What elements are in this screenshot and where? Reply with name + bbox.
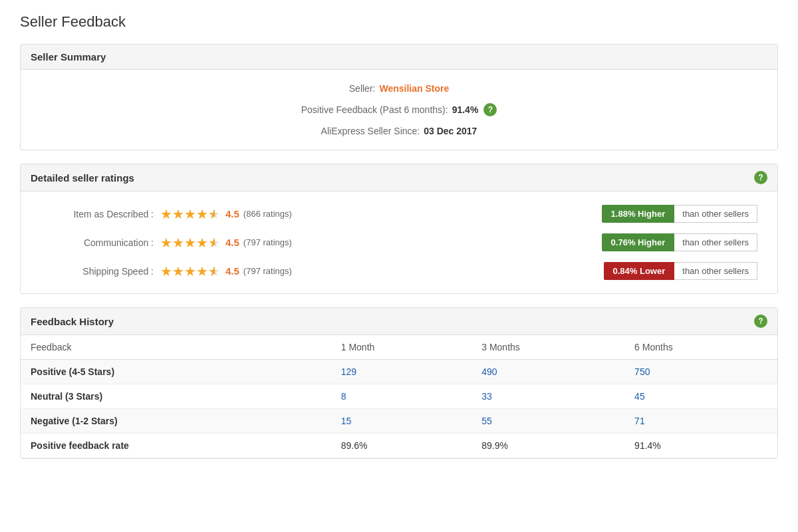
rating-row-1: Communication :★★★★★★4.5(797 ratings)0.7… [41, 233, 757, 251]
rating-score-2: 4.5 [225, 265, 239, 277]
positive-feedback-help-icon[interactable]: ? [483, 103, 497, 116]
seller-summary-body: Seller: Wensilian Store Positive Feedbac… [21, 70, 777, 150]
rating-label-0: Item as Described : [41, 209, 154, 219]
feedback-row-2-val-2: 71 [624, 409, 777, 434]
star-full-1-2: ★ [184, 236, 196, 249]
comparison-0: 1.88% Higherthan other sellers [602, 205, 757, 223]
positive-feedback-label: Positive Feedback (Past 6 months): [301, 104, 448, 115]
seller-summary-card: Seller Summary Seller: Wensilian Store P… [20, 44, 778, 150]
detailed-ratings-header: Detailed seller ratings ? [21, 164, 777, 192]
seller-summary-header: Seller Summary [21, 45, 777, 70]
feedback-history-body: Feedback1 Month3 Months6 Months Positive… [21, 335, 777, 458]
detailed-ratings-body: Item as Described :★★★★★★4.5(866 ratings… [21, 192, 777, 293]
seller-summary-title: Seller Summary [31, 51, 106, 63]
rating-score-1: 4.5 [225, 237, 239, 248]
rating-count-2: (797 ratings) [243, 266, 292, 276]
feedback-row-3: Positive feedback rate89.6%89.9%91.4% [21, 434, 777, 458]
seller-since-label: AliExpress Seller Since: [321, 126, 420, 136]
rating-row-2: Shipping Speed :★★★★★★4.5(797 ratings)0.… [41, 262, 757, 280]
seller-name-row: Seller: Wensilian Store [41, 83, 757, 94]
star-full-2-0: ★ [160, 265, 172, 278]
detailed-ratings-title: Detailed seller ratings [31, 172, 134, 184]
seller-name-link[interactable]: Wensilian Store [379, 83, 449, 94]
detailed-ratings-card: Detailed seller ratings ? Item as Descri… [20, 164, 778, 294]
feedback-history-help-icon[interactable]: ? [754, 315, 767, 328]
feedback-row-2-val-0: 15 [331, 409, 472, 434]
star-full-0-0: ★ [160, 207, 172, 221]
feedback-row-label-3: Positive feedback rate [21, 434, 331, 458]
star-full-0-1: ★ [172, 207, 184, 221]
stars-0: ★★★★★★ [160, 206, 220, 222]
detailed-ratings-help-icon[interactable]: ? [754, 171, 767, 184]
comparison-text-1: than other sellers [674, 233, 757, 251]
star-full-1-1: ★ [172, 236, 184, 249]
comparison-badge-0: 1.88% Higher [602, 205, 675, 223]
feedback-col-header-2: 3 Months [471, 335, 624, 360]
rating-count-1: (797 ratings) [243, 237, 292, 247]
star-full-2-2: ★ [184, 265, 196, 278]
comparison-1: 0.76% Higherthan other sellers [602, 233, 757, 251]
feedback-row-0: Positive (4-5 Stars)129490750 [21, 360, 777, 384]
star-full-1-0: ★ [160, 236, 172, 249]
feedback-row-label-0: Positive (4-5 Stars) [21, 360, 331, 384]
feedback-history-card: Feedback History ? Feedback1 Month3 Mont… [20, 307, 778, 459]
rating-label-2: Shipping Speed : [41, 266, 154, 277]
feedback-row-3-val-2: 91.4% [624, 434, 777, 458]
feedback-row-label-1: Neutral (3 Stars) [21, 384, 331, 409]
comparison-badge-1: 0.76% Higher [602, 233, 675, 251]
feedback-row-1-val-1: 33 [471, 384, 624, 409]
feedback-row-2-val-1: 55 [471, 409, 624, 434]
star-half-1: ★★ [208, 235, 220, 251]
seller-since-row: AliExpress Seller Since: 03 Dec 2017 [41, 126, 757, 136]
page-title: Seller Feedback [20, 13, 778, 31]
feedback-row-1: Neutral (3 Stars)83345 [21, 384, 777, 409]
comparison-2: 0.84% Lowerthan other sellers [604, 262, 758, 280]
star-full-2-3: ★ [196, 265, 208, 278]
stars-2: ★★★★★★ [160, 263, 220, 279]
comparison-badge-2: 0.84% Lower [604, 262, 675, 280]
feedback-row-0-val-1: 490 [471, 360, 624, 384]
feedback-col-header-3: 6 Months [624, 335, 777, 360]
feedback-row-2: Negative (1-2 Stars)155571 [21, 409, 777, 434]
rating-count-0: (866 ratings) [243, 209, 292, 219]
feedback-col-header-1: 1 Month [331, 335, 472, 360]
feedback-history-title: Feedback History [31, 316, 114, 327]
positive-feedback-row: Positive Feedback (Past 6 months): 91.4%… [41, 103, 757, 116]
comparison-text-0: than other sellers [674, 205, 757, 223]
rating-score-0: 4.5 [225, 208, 239, 219]
star-half-0: ★★ [208, 206, 220, 222]
feedback-row-1-val-2: 45 [624, 384, 777, 409]
feedback-row-3-val-1: 89.9% [471, 434, 624, 458]
feedback-row-0-val-0: 129 [331, 360, 472, 384]
feedback-history-header: Feedback History ? [21, 308, 777, 335]
feedback-row-1-val-0: 8 [331, 384, 472, 409]
star-full-2-1: ★ [172, 265, 184, 278]
feedback-row-3-val-0: 89.6% [331, 434, 472, 458]
star-full-0-3: ★ [196, 207, 208, 221]
seller-since-value: 03 Dec 2017 [424, 126, 477, 136]
feedback-col-header-0: Feedback [21, 335, 331, 360]
stars-1: ★★★★★★ [160, 235, 220, 251]
rating-row-0: Item as Described :★★★★★★4.5(866 ratings… [41, 205, 757, 223]
feedback-row-label-2: Negative (1-2 Stars) [21, 409, 331, 434]
feedback-row-0-val-2: 750 [624, 360, 777, 384]
star-full-0-2: ★ [184, 207, 196, 221]
positive-feedback-value: 91.4% [452, 104, 479, 115]
seller-label: Seller: [349, 83, 376, 94]
rating-label-1: Communication : [41, 237, 154, 248]
star-full-1-3: ★ [196, 236, 208, 249]
feedback-table: Feedback1 Month3 Months6 Months Positive… [21, 335, 777, 458]
comparison-text-2: than other sellers [674, 262, 757, 280]
star-half-2: ★★ [208, 263, 220, 279]
